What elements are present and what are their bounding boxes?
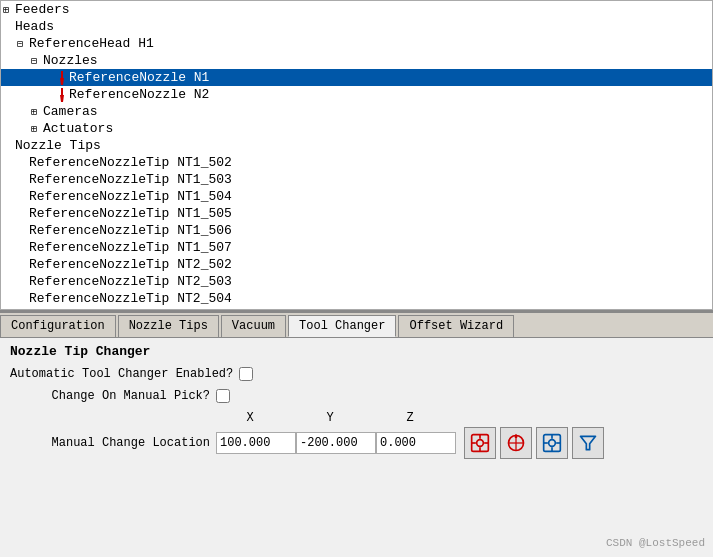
move-to-button[interactable] [500, 427, 532, 459]
bottom-panel: ConfigurationNozzle TipsVacuumTool Chang… [0, 313, 713, 557]
tree-node-heads[interactable]: Heads [1, 18, 712, 35]
tree-node-cameras[interactable]: ⊞Cameras [1, 103, 712, 120]
node-label: ReferenceNozzleTip NT2_504 [29, 291, 232, 306]
tree-node-actuators[interactable]: ⊞Actuators [1, 120, 712, 137]
tab-vacuum[interactable]: Vacuum [221, 315, 286, 337]
tab-configuration[interactable]: Configuration [0, 315, 116, 337]
tree-node-feeders[interactable]: ⊞Feeders [1, 1, 712, 18]
tree-node-nt1-506[interactable]: ReferenceNozzleTip NT1_506 [1, 222, 712, 239]
y-axis-label: Y [290, 411, 370, 425]
x-axis-label: X [210, 411, 290, 425]
change-on-manual-label: Change On Manual Pick? [10, 389, 210, 403]
node-label: ReferenceNozzleTip NT1_503 [29, 172, 232, 187]
tab-offset-wizard[interactable]: Offset Wizard [398, 315, 514, 337]
node-label: ReferenceNozzleTip NT2_502 [29, 257, 232, 272]
node-label: ReferenceHead H1 [29, 36, 154, 51]
node-label: ReferenceNozzleTip NT1_505 [29, 206, 232, 221]
tab-tool-changer[interactable]: Tool Changer [288, 315, 396, 337]
auto-tool-changer-label: Automatic Tool Changer Enabled? [10, 367, 233, 381]
nozzle-icon [57, 71, 67, 85]
filter-icon [578, 433, 598, 453]
auto-tool-changer-row: Automatic Tool Changer Enabled? [10, 367, 703, 381]
tree-panel[interactable]: ⊞Feeders Heads⊟ReferenceHead H1⊟Nozzles … [0, 0, 713, 310]
manual-change-location-row: Manual Change Location [10, 427, 703, 459]
node-label: ReferenceNozzleTip NT1_504 [29, 189, 232, 204]
node-label: Cameras [43, 104, 98, 119]
svg-rect-2 [61, 88, 63, 95]
node-label: ReferenceNozzleTip NT2_503 [29, 274, 232, 289]
svg-point-5 [477, 440, 484, 447]
tree-node-nt1-503[interactable]: ReferenceNozzleTip NT1_503 [1, 171, 712, 188]
coord-header: X Y Z [210, 411, 703, 425]
nozzle-icon [57, 88, 67, 102]
auto-tool-changer-checkbox[interactable] [239, 367, 253, 381]
y-input[interactable] [296, 432, 376, 454]
tree-node-nozzles[interactable]: ⊟Nozzles [1, 52, 712, 69]
tree-node-ref-nozzle-n2[interactable]: ReferenceNozzle N2 [1, 86, 712, 103]
tree-node-nt1-505[interactable]: ReferenceNozzleTip NT1_505 [1, 205, 712, 222]
svg-marker-21 [581, 436, 596, 449]
x-input[interactable] [216, 432, 296, 454]
tree-node-nozzle-tips[interactable]: Nozzle Tips [1, 137, 712, 154]
node-label: Feeders [15, 2, 70, 17]
z-axis-label: Z [370, 411, 450, 425]
node-label: Nozzle Tips [15, 138, 101, 153]
svg-rect-0 [61, 71, 63, 78]
node-label: Heads [15, 19, 54, 34]
collapse-icon[interactable]: ⊟ [17, 38, 29, 50]
capture-tool-icon [542, 433, 562, 453]
node-label: ReferenceNozzleTip NT1_502 [29, 155, 232, 170]
tree-node-nt2-503[interactable]: ReferenceNozzleTip NT2_503 [1, 273, 712, 290]
tree-node-ref-nozzle-n1[interactable]: ReferenceNozzle N1 [1, 69, 712, 86]
manual-change-location-label: Manual Change Location [10, 436, 210, 450]
coord-inputs [216, 427, 604, 459]
svg-marker-3 [60, 95, 64, 102]
move-to-icon [506, 433, 526, 453]
tree-node-nt1-504[interactable]: ReferenceNozzleTip NT1_504 [1, 188, 712, 205]
node-label: ReferenceNozzle N2 [69, 87, 209, 102]
collapse-icon[interactable]: ⊟ [31, 55, 43, 67]
tab-nozzle-tips[interactable]: Nozzle Tips [118, 315, 219, 337]
node-label: ReferenceNozzleTip NT1_506 [29, 223, 232, 238]
node-label: ReferenceNozzleTip NT1_507 [29, 240, 232, 255]
change-on-manual-row: Change On Manual Pick? [10, 389, 703, 403]
node-label: Nozzles [43, 53, 98, 68]
node-label: ReferenceNozzle N1 [69, 70, 209, 85]
capture-location-button[interactable] [464, 427, 496, 459]
capture-tool-location-button[interactable] [536, 427, 568, 459]
node-label: Actuators [43, 121, 113, 136]
expand-icon[interactable]: ⊞ [31, 106, 43, 118]
svg-marker-1 [60, 78, 64, 85]
expand-icon[interactable]: ⊞ [3, 4, 15, 16]
tree-node-nt1-507[interactable]: ReferenceNozzleTip NT1_507 [1, 239, 712, 256]
tab-bar: ConfigurationNozzle TipsVacuumTool Chang… [0, 313, 713, 338]
z-input[interactable] [376, 432, 456, 454]
tree-node-nt2-502[interactable]: ReferenceNozzleTip NT2_502 [1, 256, 712, 273]
action-buttons [464, 427, 604, 459]
capture-location-icon [470, 433, 490, 453]
tree-node-refhead-h1[interactable]: ⊟ReferenceHead H1 [1, 35, 712, 52]
tree-node-nt2-504[interactable]: ReferenceNozzleTip NT2_504 [1, 290, 712, 307]
svg-point-16 [549, 440, 556, 447]
tree-node-nt1-502[interactable]: ReferenceNozzleTip NT1_502 [1, 154, 712, 171]
expand-icon[interactable]: ⊞ [31, 123, 43, 135]
watermark: CSDN @LostSpeed [606, 537, 705, 549]
change-on-manual-checkbox[interactable] [216, 389, 230, 403]
content-area: Nozzle Tip Changer Automatic Tool Change… [0, 338, 713, 473]
filter-button[interactable] [572, 427, 604, 459]
section-title: Nozzle Tip Changer [10, 344, 703, 359]
